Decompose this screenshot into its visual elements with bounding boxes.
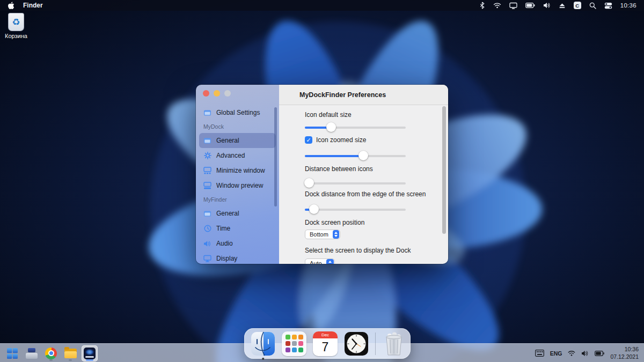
- calendar-dock-icon[interactable]: Dec 7: [313, 331, 338, 356]
- tray-battery-icon[interactable]: [595, 348, 604, 359]
- calendar-month: Dec: [313, 331, 338, 338]
- slider-thumb[interactable]: [309, 204, 319, 214]
- minimize-button[interactable]: [214, 90, 220, 97]
- preview-icon: [203, 182, 211, 190]
- dock-position-value: Bottom: [305, 231, 333, 238]
- select-screen-label: Select the screen to display the Dock: [305, 247, 411, 254]
- calendar-day: 7: [313, 338, 338, 356]
- sidebar-list: Global SettingsMyDockGeneralAdvancedMini…: [196, 105, 279, 264]
- sidebar-item-label: Minimize window: [216, 167, 265, 174]
- audio-icon: [203, 240, 211, 248]
- sidebar-item-audio[interactable]: Audio: [199, 236, 276, 251]
- battery-icon[interactable]: [525, 0, 535, 11]
- tray-wifi-icon[interactable]: [568, 348, 575, 359]
- display-icon[interactable]: [509, 0, 517, 11]
- sidebar-item-general[interactable]: General: [199, 206, 276, 221]
- recycle-bin-label: Корзина: [3, 33, 29, 39]
- sidebar-item-display[interactable]: Display: [199, 251, 276, 264]
- c-app-icon[interactable]: C: [574, 2, 581, 9]
- icon-default-size-slider[interactable]: [305, 122, 406, 132]
- chrome-button[interactable]: [43, 345, 59, 361]
- window-title-bar[interactable]: MyDockFinder Preferences: [279, 85, 448, 105]
- window-title: MyDockFinder Preferences: [299, 91, 386, 99]
- language-indicator[interactable]: ENG: [550, 350, 562, 357]
- slider-thumb[interactable]: [358, 151, 368, 160]
- start-button[interactable]: [4, 345, 20, 361]
- dock-distance-slider[interactable]: [305, 204, 406, 214]
- icon-zoomed-size-label: Icon zoomed size: [316, 136, 366, 144]
- mydockfinder-preferences-window: Global SettingsMyDockGeneralAdvancedMini…: [196, 85, 448, 264]
- finder-running-indicator: [262, 358, 264, 360]
- taskbar-clock[interactable]: 10:36 07.12.2021: [610, 346, 639, 360]
- taskbar-date: 07.12.2021: [610, 353, 639, 360]
- mydockfinder-app-button[interactable]: [82, 345, 98, 361]
- window-controls: [196, 85, 279, 97]
- screen-select-value: Auto: [305, 260, 326, 264]
- sidebar-item-label: General: [216, 137, 239, 144]
- wifi-icon[interactable]: [493, 0, 501, 11]
- preferences-content: Icon default size ✓ Icon zoomed size Dis…: [279, 105, 448, 264]
- bluetooth-icon[interactable]: [479, 0, 485, 11]
- distance-between-icons-label: Distance between icons: [305, 165, 373, 173]
- minimize-icon: [203, 167, 211, 175]
- finder-dock-icon[interactable]: [251, 331, 275, 356]
- macos-dock: Dec 7: [244, 328, 411, 359]
- taskbar-left-icons: [4, 344, 98, 362]
- clock-dock-icon[interactable]: [344, 331, 369, 356]
- select-stepper-icon[interactable]: [326, 259, 334, 264]
- close-button[interactable]: [203, 90, 209, 97]
- apple-logo-icon[interactable]: [8, 0, 14, 11]
- touch-keyboard-icon[interactable]: [535, 348, 544, 359]
- printer-app-button[interactable]: [24, 345, 40, 361]
- taskbar-system-tray: ENG 10:36 07.12.2021: [535, 344, 639, 362]
- search-icon[interactable]: [589, 0, 596, 11]
- sidebar-item-label: Time: [216, 225, 230, 232]
- file-explorer-icon: [64, 349, 77, 358]
- menu-bar-clock[interactable]: 10:36: [620, 2, 636, 9]
- icon-default-size-label: Icon default size: [305, 111, 352, 119]
- sidebar-item-minimize-window[interactable]: Minimize window: [199, 163, 276, 178]
- chrome-icon: [45, 348, 57, 359]
- distance-between-icons-slider[interactable]: [305, 178, 406, 188]
- active-app-menu[interactable]: Finder: [23, 2, 43, 9]
- sidebar-item-time[interactable]: Time: [199, 221, 276, 236]
- launchpad-dock-icon[interactable]: [282, 331, 306, 356]
- gear-icon: [203, 152, 211, 160]
- macos-menu-bar: Finder C: [0, 0, 644, 11]
- content-scrollbar[interactable]: [442, 106, 446, 234]
- sidebar-item-window-preview[interactable]: Window preview: [199, 178, 276, 193]
- dock-position-select[interactable]: Bottom: [305, 230, 340, 239]
- taskbar-time: 10:36: [610, 346, 639, 353]
- window-icon: [203, 137, 211, 145]
- recycle-symbol: ♻: [12, 18, 20, 27]
- recycle-bin-icon: ♻: [8, 13, 24, 31]
- select-stepper-icon[interactable]: [333, 230, 339, 239]
- slider-thumb[interactable]: [304, 178, 314, 188]
- icon-zoomed-size-slider[interactable]: [305, 151, 406, 160]
- sidebar-item-general[interactable]: General: [199, 133, 276, 148]
- sidebar-scrollbar[interactable]: [274, 107, 277, 206]
- icon-zoomed-size-row: ✓ Icon zoomed size: [305, 136, 366, 144]
- sidebar-item-advanced[interactable]: Advanced: [199, 148, 276, 163]
- control-center-icon[interactable]: [604, 0, 612, 11]
- dock-separator: [375, 333, 376, 355]
- active-running-indicator: [86, 359, 93, 361]
- screen-select[interactable]: Auto: [305, 258, 335, 264]
- tray-volume-icon[interactable]: [581, 348, 589, 359]
- sidebar-item-label: Window preview: [216, 182, 263, 189]
- icon-zoomed-size-checkbox[interactable]: ✓: [305, 136, 312, 144]
- eject-icon[interactable]: [559, 0, 566, 11]
- sidebar-section-mydock: MyDock: [196, 120, 279, 133]
- zoom-button[interactable]: [224, 90, 231, 97]
- preferences-sidebar: Global SettingsMyDockGeneralAdvancedMini…: [196, 85, 279, 264]
- sidebar-item-label: Audio: [216, 240, 233, 247]
- desktop: Finder C: [0, 0, 644, 362]
- file-explorer-button[interactable]: [62, 345, 78, 361]
- sidebar-item-label: General: [216, 210, 239, 217]
- trash-dock-icon[interactable]: [382, 331, 406, 356]
- volume-icon[interactable]: [543, 0, 551, 11]
- window-icon: [203, 210, 211, 218]
- slider-thumb[interactable]: [326, 122, 336, 132]
- recycle-bin-desktop-icon[interactable]: ♻ Корзина: [3, 13, 29, 39]
- sidebar-item-global-settings[interactable]: Global Settings: [199, 105, 276, 120]
